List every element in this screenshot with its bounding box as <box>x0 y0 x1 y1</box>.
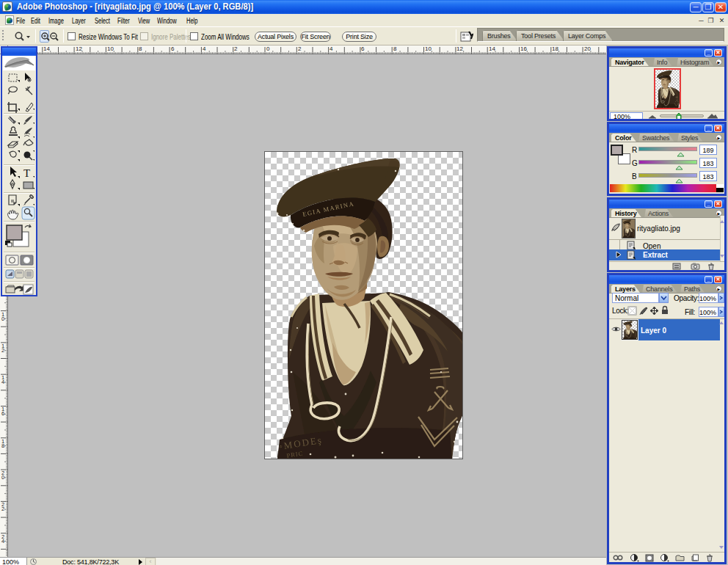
svg-text:8: 8 <box>139 45 142 52</box>
svg-text:T: T <box>23 167 30 179</box>
svg-text:12: 12 <box>456 45 463 52</box>
svg-text:6: 6 <box>1 410 4 417</box>
svg-text:2: 2 <box>298 45 302 52</box>
svg-text:4: 4 <box>1 379 4 385</box>
svg-text:20: 20 <box>584 45 591 52</box>
svg-text:14: 14 <box>43 45 50 52</box>
svg-text:6: 6 <box>171 45 175 52</box>
svg-text:8: 8 <box>1 442 4 449</box>
svg-text:0: 0 <box>1 474 4 481</box>
svg-text:2: 2 <box>1 347 4 354</box>
svg-text:0: 0 <box>266 45 270 52</box>
svg-text:2: 2 <box>1 506 4 512</box>
svg-text:8: 8 <box>393 45 397 52</box>
svg-text:0: 0 <box>1 316 4 322</box>
svg-text:12: 12 <box>76 45 82 52</box>
svg-text:16: 16 <box>520 45 527 52</box>
svg-text:6: 6 <box>361 45 365 52</box>
svg-text:4: 4 <box>1 538 4 544</box>
svg-text:10: 10 <box>107 45 114 52</box>
svg-text:4: 4 <box>330 45 333 52</box>
svg-text:4: 4 <box>203 45 206 52</box>
svg-text:10: 10 <box>425 45 432 52</box>
svg-text:14: 14 <box>489 45 495 52</box>
svg-text:2: 2 <box>234 45 238 52</box>
svg-text:18: 18 <box>552 45 558 52</box>
